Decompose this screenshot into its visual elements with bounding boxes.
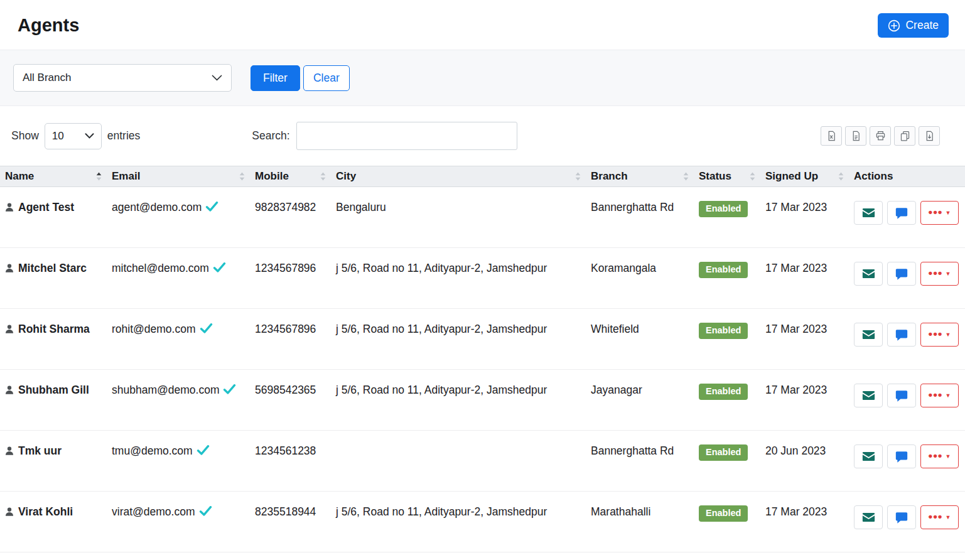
column-header-actions: Actions (849, 166, 965, 187)
email-button[interactable] (854, 444, 883, 468)
search-wrap: Search: (252, 122, 517, 150)
excel-file-icon (826, 131, 837, 141)
agent-name: Mitchel Starc (18, 262, 87, 275)
chat-button[interactable] (887, 262, 916, 286)
sort-icon (575, 172, 581, 181)
filter-button[interactable]: Filter (251, 65, 300, 91)
chat-button[interactable] (887, 505, 916, 529)
sort-icon (96, 172, 102, 181)
column-header-signed-up[interactable]: Signed Up (760, 166, 849, 187)
cell-actions: ••• ▼ (849, 309, 965, 370)
export-buttons (821, 126, 940, 146)
chat-button[interactable] (887, 444, 916, 468)
csv-export-button[interactable] (919, 126, 940, 146)
chat-icon (895, 512, 908, 524)
envelope-icon (862, 512, 875, 522)
agents-table: NameEmailMobileCityBranchStatusSigned Up… (0, 166, 965, 552)
search-label: Search: (252, 129, 289, 143)
cell-email: tmu@demo.com (107, 431, 250, 492)
sort-icon (239, 172, 245, 181)
column-label: Email (112, 170, 140, 183)
cell-signed-up: 17 Mar 2023 (760, 187, 849, 248)
email-button[interactable] (854, 262, 883, 286)
cell-status: Enabled (694, 187, 760, 248)
cell-signed-up: 17 Mar 2023 (760, 492, 849, 552)
more-actions-button[interactable]: ••• ▼ (920, 323, 959, 347)
chat-icon (895, 329, 908, 341)
column-label: Signed Up (765, 170, 818, 183)
entries-label: entries (107, 129, 141, 143)
person-icon (5, 446, 14, 456)
column-label: Name (5, 170, 34, 183)
ellipsis-icon: ••• (929, 510, 943, 522)
chat-icon (895, 390, 908, 402)
person-icon (5, 264, 14, 273)
email-button[interactable] (854, 323, 883, 347)
more-actions-button[interactable]: ••• ▼ (920, 444, 959, 468)
table-row: Agent Test agent@demo.com 9828374982 Ben… (0, 187, 965, 248)
chat-icon (895, 451, 908, 463)
copy-icon (900, 131, 910, 141)
print-button[interactable] (870, 126, 891, 146)
chat-button[interactable] (887, 323, 916, 347)
column-header-branch[interactable]: Branch (586, 166, 694, 187)
column-header-email[interactable]: Email (107, 166, 250, 187)
branch-select[interactable]: All Branch (13, 64, 232, 92)
cell-signed-up: 17 Mar 2023 (760, 309, 849, 370)
table-controls: Show 10 entries Search: (0, 106, 965, 166)
column-header-city[interactable]: City (331, 166, 586, 187)
more-actions-button[interactable]: ••• ▼ (920, 201, 959, 225)
status-badge: Enabled (699, 201, 748, 217)
chat-button[interactable] (887, 384, 916, 407)
agent-email: agent@demo.com (112, 201, 202, 213)
email-button[interactable] (854, 201, 883, 225)
cell-status: Enabled (694, 248, 760, 309)
cell-mobile: 1234567896 (250, 309, 331, 370)
cell-branch: Whitefield (586, 309, 694, 370)
email-button[interactable] (854, 505, 883, 529)
table-header-row: NameEmailMobileCityBranchStatusSigned Up… (0, 166, 965, 187)
cell-branch: Bannerghatta Rd (586, 187, 694, 248)
caret-down-icon: ▼ (946, 210, 951, 216)
more-actions-button[interactable]: ••• ▼ (920, 262, 959, 286)
agent-name: Shubham Gill (18, 384, 89, 397)
cell-name: Shubham Gill (0, 370, 107, 431)
table-row: Shubham Gill shubham@demo.com 5698542365… (0, 370, 965, 431)
table-row: Virat Kohli virat@demo.com 8235518944 j … (0, 492, 965, 552)
search-input[interactable] (296, 122, 517, 150)
excel-export-button[interactable] (821, 126, 842, 146)
more-actions-button[interactable]: ••• ▼ (920, 505, 959, 529)
pdf-export-button[interactable] (845, 126, 866, 146)
copy-button[interactable] (894, 126, 915, 146)
cell-city (331, 431, 586, 492)
ellipsis-icon: ••• (929, 450, 943, 461)
cell-city: j 5/6, Road no 11, Adityapur-2, Jamshedp… (331, 309, 586, 370)
pdf-file-icon (851, 131, 861, 141)
column-header-name[interactable]: Name (0, 166, 107, 187)
caret-down-icon: ▼ (946, 454, 951, 460)
email-button[interactable] (854, 384, 883, 407)
more-actions-button[interactable]: ••• ▼ (920, 384, 959, 407)
envelope-icon (862, 451, 875, 461)
cell-city: j 5/6, Road no 11, Adityapur-2, Jamshedp… (331, 248, 586, 309)
table-row: Rohit Sharma rohit@demo.com 1234567896 j… (0, 309, 965, 370)
cell-actions: ••• ▼ (849, 370, 965, 431)
create-button[interactable]: Create (878, 13, 949, 38)
cell-name: Virat Kohli (0, 492, 107, 552)
column-header-status[interactable]: Status (694, 166, 760, 187)
cell-branch: Bannerghatta Rd (586, 431, 694, 492)
cell-name: Agent Test (0, 187, 107, 248)
clear-button[interactable]: Clear (303, 65, 350, 91)
envelope-icon (862, 330, 875, 340)
entries-select[interactable]: 10 (45, 123, 102, 149)
person-icon (5, 203, 14, 212)
column-header-mobile[interactable]: Mobile (250, 166, 331, 187)
chat-button[interactable] (887, 201, 916, 225)
cell-signed-up: 20 Jun 2023 (760, 431, 849, 492)
sort-icon (750, 172, 755, 181)
verified-check-icon (213, 262, 226, 276)
agent-email: virat@demo.com (112, 505, 195, 518)
cell-email: agent@demo.com (107, 187, 250, 248)
person-icon (5, 507, 14, 517)
cell-signed-up: 17 Mar 2023 (760, 248, 849, 309)
